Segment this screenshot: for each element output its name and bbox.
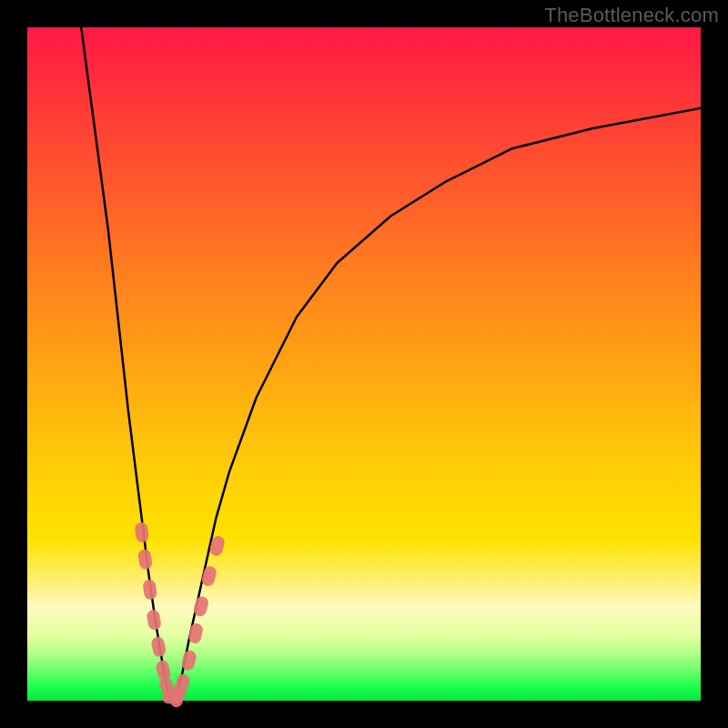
data-point	[187, 622, 204, 644]
data-point	[137, 549, 153, 571]
marker-layer	[134, 521, 226, 709]
chart-svg	[27, 27, 701, 701]
bottleneck-curve	[81, 27, 701, 701]
data-point	[142, 579, 157, 601]
data-point	[150, 636, 167, 658]
data-point	[146, 609, 162, 631]
data-point	[134, 521, 149, 543]
watermark-text: TheBottleneck.com	[544, 4, 719, 27]
curve-layer	[81, 27, 701, 701]
data-point	[200, 565, 217, 588]
plot-area	[27, 27, 701, 701]
chart-frame: TheBottleneck.com	[0, 0, 728, 728]
